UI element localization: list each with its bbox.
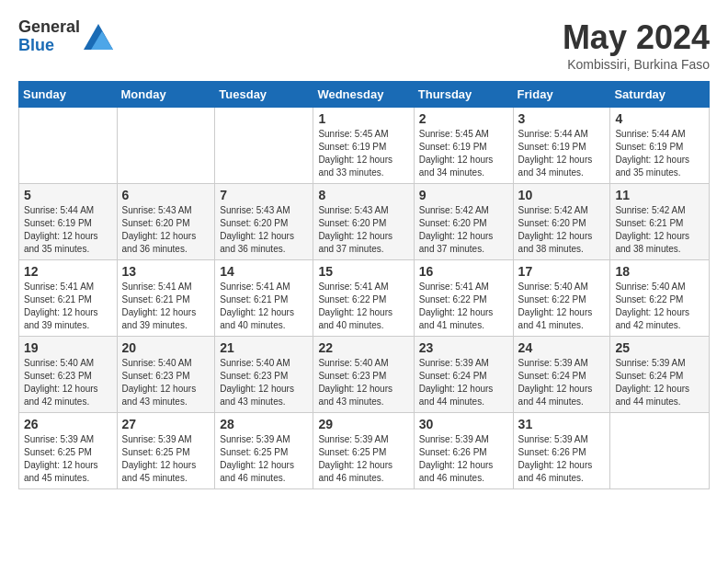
- day-number: 2: [419, 111, 508, 126]
- logo: General Blue: [18, 18, 113, 55]
- day-info: Sunrise: 5:41 AM Sunset: 6:22 PM Dayligh…: [318, 281, 408, 332]
- calendar-cell: 3Sunrise: 5:44 AM Sunset: 6:19 PM Daylig…: [513, 108, 610, 184]
- calendar-cell: 20Sunrise: 5:40 AM Sunset: 6:23 PM Dayli…: [117, 337, 215, 413]
- calendar-week-row: 19Sunrise: 5:40 AM Sunset: 6:23 PM Dayli…: [19, 337, 710, 413]
- logo-general-text: General: [18, 18, 80, 37]
- weekday-header-friday: Friday: [513, 82, 610, 108]
- calendar-week-row: 1Sunrise: 5:45 AM Sunset: 6:19 PM Daylig…: [19, 108, 710, 184]
- day-number: 21: [220, 340, 308, 355]
- calendar-cell: 6Sunrise: 5:43 AM Sunset: 6:20 PM Daylig…: [117, 184, 215, 260]
- day-number: 18: [615, 264, 704, 279]
- day-info: Sunrise: 5:40 AM Sunset: 6:22 PM Dayligh…: [518, 281, 606, 332]
- day-info: Sunrise: 5:39 AM Sunset: 6:25 PM Dayligh…: [318, 433, 408, 485]
- calendar-week-row: 5Sunrise: 5:44 AM Sunset: 6:19 PM Daylig…: [19, 184, 710, 260]
- calendar-cell: 5Sunrise: 5:44 AM Sunset: 6:19 PM Daylig…: [19, 184, 118, 260]
- calendar-cell: 29Sunrise: 5:39 AM Sunset: 6:25 PM Dayli…: [313, 413, 414, 489]
- day-number: 15: [318, 264, 408, 279]
- day-number: 24: [518, 340, 606, 355]
- calendar-week-row: 26Sunrise: 5:39 AM Sunset: 6:25 PM Dayli…: [19, 413, 710, 489]
- day-info: Sunrise: 5:42 AM Sunset: 6:20 PM Dayligh…: [518, 204, 606, 256]
- calendar-cell: 25Sunrise: 5:39 AM Sunset: 6:24 PM Dayli…: [610, 337, 710, 413]
- day-info: Sunrise: 5:45 AM Sunset: 6:19 PM Dayligh…: [419, 128, 508, 179]
- day-info: Sunrise: 5:39 AM Sunset: 6:24 PM Dayligh…: [419, 357, 508, 408]
- logo-icon: [84, 24, 113, 50]
- calendar-week-row: 12Sunrise: 5:41 AM Sunset: 6:21 PM Dayli…: [19, 260, 710, 337]
- calendar-cell: 27Sunrise: 5:39 AM Sunset: 6:25 PM Dayli…: [117, 413, 215, 489]
- weekday-header-sunday: Sunday: [19, 82, 118, 108]
- title-block: May 2024 Kombissiri, Burkina Faso: [563, 18, 710, 72]
- day-number: 16: [419, 264, 508, 279]
- calendar-cell: 17Sunrise: 5:40 AM Sunset: 6:22 PM Dayli…: [513, 260, 610, 337]
- day-number: 3: [518, 111, 606, 126]
- day-info: Sunrise: 5:44 AM Sunset: 6:19 PM Dayligh…: [615, 128, 704, 179]
- day-info: Sunrise: 5:39 AM Sunset: 6:24 PM Dayligh…: [615, 357, 704, 408]
- weekday-header-wednesday: Wednesday: [313, 82, 414, 108]
- day-info: Sunrise: 5:39 AM Sunset: 6:25 PM Dayligh…: [24, 433, 112, 485]
- day-info: Sunrise: 5:41 AM Sunset: 6:21 PM Dayligh…: [122, 281, 210, 332]
- day-number: 29: [318, 417, 408, 431]
- weekday-header-tuesday: Tuesday: [215, 82, 313, 108]
- calendar-cell: 16Sunrise: 5:41 AM Sunset: 6:22 PM Dayli…: [414, 260, 513, 337]
- day-number: 6: [122, 188, 210, 202]
- day-info: Sunrise: 5:43 AM Sunset: 6:20 PM Dayligh…: [318, 204, 408, 256]
- day-number: 31: [518, 417, 606, 431]
- day-number: 30: [419, 417, 508, 431]
- day-number: 11: [615, 188, 704, 202]
- calendar-cell: 24Sunrise: 5:39 AM Sunset: 6:24 PM Dayli…: [513, 337, 610, 413]
- calendar-cell: 21Sunrise: 5:40 AM Sunset: 6:23 PM Dayli…: [215, 337, 313, 413]
- day-info: Sunrise: 5:39 AM Sunset: 6:26 PM Dayligh…: [518, 433, 606, 485]
- day-info: Sunrise: 5:40 AM Sunset: 6:22 PM Dayligh…: [615, 281, 704, 332]
- day-number: 20: [122, 340, 210, 355]
- weekday-header-row: SundayMondayTuesdayWednesdayThursdayFrid…: [19, 82, 710, 108]
- calendar-cell: 31Sunrise: 5:39 AM Sunset: 6:26 PM Dayli…: [513, 413, 610, 489]
- calendar-cell: 4Sunrise: 5:44 AM Sunset: 6:19 PM Daylig…: [610, 108, 710, 184]
- day-number: 12: [24, 264, 112, 279]
- day-number: 17: [518, 264, 606, 279]
- day-info: Sunrise: 5:44 AM Sunset: 6:19 PM Dayligh…: [24, 204, 112, 256]
- day-info: Sunrise: 5:39 AM Sunset: 6:25 PM Dayligh…: [122, 433, 210, 485]
- weekday-header-saturday: Saturday: [610, 82, 710, 108]
- calendar-cell: 8Sunrise: 5:43 AM Sunset: 6:20 PM Daylig…: [313, 184, 414, 260]
- calendar-cell: 26Sunrise: 5:39 AM Sunset: 6:25 PM Dayli…: [19, 413, 118, 489]
- calendar-cell: 15Sunrise: 5:41 AM Sunset: 6:22 PM Dayli…: [313, 260, 414, 337]
- day-number: 5: [24, 188, 112, 202]
- day-info: Sunrise: 5:41 AM Sunset: 6:21 PM Dayligh…: [220, 281, 308, 332]
- day-number: 13: [122, 264, 210, 279]
- day-info: Sunrise: 5:41 AM Sunset: 6:22 PM Dayligh…: [419, 281, 508, 332]
- day-info: Sunrise: 5:40 AM Sunset: 6:23 PM Dayligh…: [122, 357, 210, 408]
- day-number: 28: [220, 417, 308, 431]
- day-number: 26: [24, 417, 112, 431]
- calendar-cell: [19, 108, 118, 184]
- day-info: Sunrise: 5:40 AM Sunset: 6:23 PM Dayligh…: [24, 357, 112, 408]
- day-number: 4: [615, 111, 704, 126]
- calendar-cell: 14Sunrise: 5:41 AM Sunset: 6:21 PM Dayli…: [215, 260, 313, 337]
- calendar-cell: 22Sunrise: 5:40 AM Sunset: 6:23 PM Dayli…: [313, 337, 414, 413]
- day-number: 19: [24, 340, 112, 355]
- day-number: 23: [419, 340, 508, 355]
- day-info: Sunrise: 5:45 AM Sunset: 6:19 PM Dayligh…: [318, 128, 408, 179]
- calendar-cell: [117, 108, 215, 184]
- day-info: Sunrise: 5:40 AM Sunset: 6:23 PM Dayligh…: [318, 357, 408, 408]
- calendar-cell: 30Sunrise: 5:39 AM Sunset: 6:26 PM Dayli…: [414, 413, 513, 489]
- calendar-cell: 2Sunrise: 5:45 AM Sunset: 6:19 PM Daylig…: [414, 108, 513, 184]
- weekday-header-monday: Monday: [117, 82, 215, 108]
- day-info: Sunrise: 5:41 AM Sunset: 6:21 PM Dayligh…: [24, 281, 112, 332]
- month-title: May 2024: [563, 18, 710, 57]
- day-number: 27: [122, 417, 210, 431]
- logo-blue-text: Blue: [18, 37, 80, 55]
- page-header: General Blue May 2024 Kombissiri, Burkin…: [18, 18, 710, 72]
- calendar-cell: 19Sunrise: 5:40 AM Sunset: 6:23 PM Dayli…: [19, 337, 118, 413]
- calendar-cell: 11Sunrise: 5:42 AM Sunset: 6:21 PM Dayli…: [610, 184, 710, 260]
- calendar-table: SundayMondayTuesdayWednesdayThursdayFrid…: [18, 81, 710, 489]
- calendar-cell: [610, 413, 710, 489]
- day-info: Sunrise: 5:40 AM Sunset: 6:23 PM Dayligh…: [220, 357, 308, 408]
- calendar-cell: 13Sunrise: 5:41 AM Sunset: 6:21 PM Dayli…: [117, 260, 215, 337]
- calendar-cell: 23Sunrise: 5:39 AM Sunset: 6:24 PM Dayli…: [414, 337, 513, 413]
- day-number: 9: [419, 188, 508, 202]
- day-number: 22: [318, 340, 408, 355]
- calendar-cell: 28Sunrise: 5:39 AM Sunset: 6:25 PM Dayli…: [215, 413, 313, 489]
- calendar-cell: 10Sunrise: 5:42 AM Sunset: 6:20 PM Dayli…: [513, 184, 610, 260]
- weekday-header-thursday: Thursday: [414, 82, 513, 108]
- day-number: 25: [615, 340, 704, 355]
- day-info: Sunrise: 5:42 AM Sunset: 6:20 PM Dayligh…: [419, 204, 508, 256]
